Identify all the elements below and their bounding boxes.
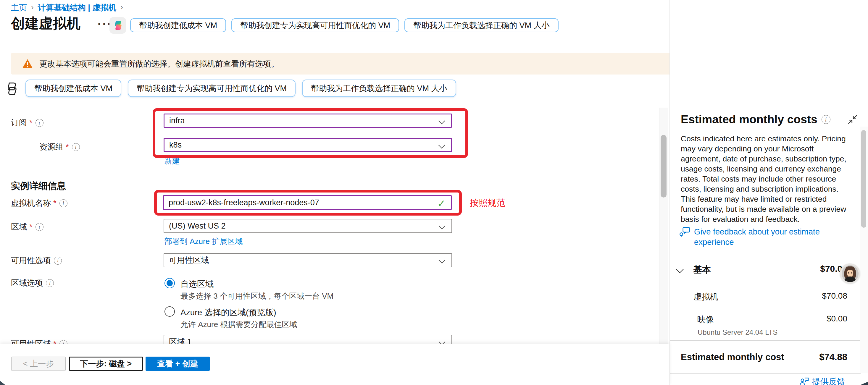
person-feedback-icon [799,377,809,385]
required-marker: * [53,199,57,208]
region-dropdown[interactable]: (US) West US 2 [164,219,452,233]
suggestion-vm-size-button[interactable]: 帮助我为工作负载选择正确的 VM 大小 [302,79,456,97]
divider [670,373,861,374]
resource-group-label: 资源组 * i [39,142,80,152]
resource-group-dropdown[interactable]: k8s [164,138,452,152]
assistant-avatar[interactable] [840,263,860,284]
suggestion-low-cost-vm-button[interactable]: 帮助我创建低成本 VM [130,18,226,32]
window-corner [860,382,868,385]
info-icon[interactable]: i [72,143,80,151]
vm-name-input[interactable] [163,195,452,210]
info-icon[interactable]: i [59,199,67,207]
page-feedback-link[interactable]: 提供反馈 [799,376,845,385]
avatar-image [842,265,859,282]
radio-azure-selected-zone-label[interactable]: Azure 选择的区域(预览版) [181,307,276,318]
window-corner [0,381,5,385]
footer-bar: < 上一步 下一步: 磁盘 > 查看 + 创建 [0,344,670,385]
total-cost-label: Estimated monthly cost [681,352,784,362]
radio-azure-selected-zone[interactable] [164,306,175,317]
suggestion-vm-size-button[interactable]: 帮助我为工作负载选择正确的 VM 大小 [404,18,559,32]
availability-options-dropdown[interactable]: 可用性区域 [164,253,452,267]
chevron-down-icon [439,223,445,229]
suggestion-high-availability-button[interactable]: 帮助我创建专为实现高可用性而优化的 VM [231,18,399,32]
copilot-suggestions-row: 帮助我创建低成本 VM 帮助我创建专为实现高可用性而优化的 VM 帮助我为工作负… [26,79,456,97]
review-create-button[interactable]: 查看 + 创建 [146,357,210,371]
chevron-down-icon [439,257,445,264]
zone-options-label: 区域选项 i [11,278,54,288]
info-icon[interactable]: i [35,223,43,231]
warning-icon [22,59,33,69]
cost-panel-disclaimer: Costs indicated here are estimates only.… [681,134,854,224]
breadcrumb-home-link[interactable]: 主页 [11,2,27,13]
total-cost-value: $74.88 [819,352,847,362]
cost-item-subtext: Ubuntu Server 24.04 LTS [698,328,777,336]
panel-scrollbar-thumb[interactable] [861,130,866,228]
radio-azure-selected-zone-desc: 允许 Azure 根据需要分配最佳区域 [181,319,297,330]
feedback-bubbles-icon [679,226,690,238]
previous-button[interactable]: < 上一步 [11,357,66,371]
cost-panel-title: Estimated monthly costs [681,113,817,126]
copilot-button[interactable] [110,17,126,34]
availability-options-label: 可用性选项 i [11,255,62,265]
vm-name-label: 虚拟机名称 * i [11,198,67,208]
chevron-down-icon [438,118,445,125]
tree-connector [18,130,18,149]
subscription-label: 订阅 * i [11,118,43,128]
radio-self-selected-zone-label[interactable]: 自选区域 [181,279,214,290]
estimate-feedback-link[interactable]: Give feedback about your estimate experi… [679,226,839,247]
required-marker: * [29,222,33,231]
chevron-right-icon: › [31,3,34,12]
main-scrollbar-thumb[interactable] [661,135,666,197]
chevron-right-icon: › [120,3,123,12]
instance-details-header: 实例详细信息 [11,180,66,192]
copilot-outline-icon [5,82,18,96]
info-icon[interactable]: i [54,257,62,265]
info-icon[interactable]: i [822,115,830,124]
radio-self-selected-zone-desc: 最多选择 3 个可用性区域，每个区域一台 VM [181,291,333,301]
cost-group-label: 基本 [693,264,711,276]
collapse-panel-icon[interactable] [847,114,858,125]
required-marker: * [29,118,33,127]
tree-connector [18,149,37,149]
subscription-dropdown[interactable]: infra [164,114,452,128]
extended-zones-link[interactable]: 部署到 Azure 扩展区域 [164,236,243,247]
copilot-suggestions-title-row: 帮助我创建低成本 VM 帮助我创建专为实现高可用性而优化的 VM 帮助我为工作负… [130,18,559,32]
suggestion-high-availability-button[interactable]: 帮助我创建专为实现高可用性而优化的 VM [128,79,296,97]
divider [670,340,861,341]
copilot-icon [112,20,123,31]
page-title: 创建虚拟机 [11,14,81,33]
breadcrumb: 主页 › 计算基础结构 | 虚拟机 › [11,2,123,13]
next-disks-button[interactable]: 下一步: 磁盘 > [69,357,143,371]
suggestion-low-cost-vm-button[interactable]: 帮助我创建低成本 VM [26,79,121,97]
breadcrumb-section-link[interactable]: 计算基础结构 | 虚拟机 [38,2,117,13]
annotation-text: 按照规范 [470,197,505,209]
chevron-down-icon [438,142,445,149]
info-icon[interactable]: i [46,279,54,287]
radio-self-selected-zone[interactable] [164,278,175,288]
cost-item-value: $70.08 [822,291,847,301]
valid-check-icon: ✓ [437,197,446,210]
region-label: 区域 * i [11,222,43,232]
chevron-down-icon[interactable] [676,265,683,273]
create-vm-page: 主页 › 计算基础结构 | 虚拟机 › 创建虚拟机 ··· 帮助我创建低成本 V… [0,0,868,385]
create-new-resource-group-link[interactable]: 新建 [164,156,180,166]
cost-item-value: $0.00 [827,314,847,323]
cost-item-label: 映像 [697,314,714,325]
warning-text: 更改基本选项可能会重置所做的选择。创建虚拟机前查看所有选项。 [39,59,279,69]
info-icon[interactable]: i [35,119,43,127]
required-marker: * [66,142,69,152]
estimated-costs-panel: Estimated monthly costs i Costs indicate… [670,0,868,385]
cost-item-label: 虚拟机 [693,291,718,302]
